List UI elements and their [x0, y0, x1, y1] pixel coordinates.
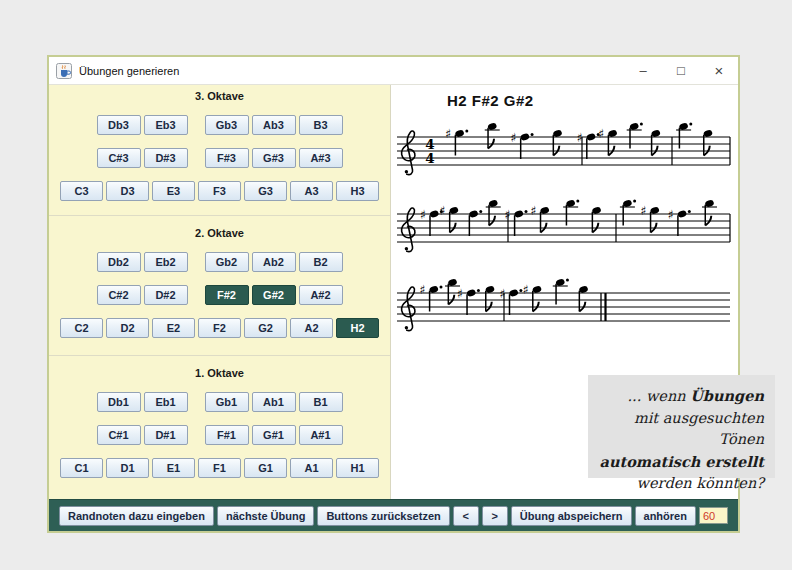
note-button-gsharp3[interactable]: G#3 — [252, 148, 296, 168]
time-signature: 44 — [425, 136, 434, 166]
note-button-d3[interactable]: D3 — [106, 181, 149, 201]
note-button-group: Db3Eb3 — [97, 115, 188, 135]
note-button-b1[interactable]: B1 — [299, 392, 343, 412]
note-button-gb1[interactable]: Gb1 — [205, 392, 249, 412]
note-h2 — [553, 278, 569, 304]
note-button-c1[interactable]: C1 — [60, 458, 103, 478]
quote-line: mit ausgesuchten Tönen — [588, 408, 764, 451]
note-button-gb3[interactable]: Gb3 — [205, 115, 249, 135]
note-button-group: F#3G#3A#3 — [205, 148, 343, 168]
prev-button[interactable]: < — [453, 506, 479, 526]
note-button-a3[interactable]: A3 — [290, 181, 333, 201]
note-h2 — [627, 122, 643, 148]
note-button-group: Db1Eb1 — [97, 392, 188, 412]
quote-text: werden könnten? — [637, 475, 764, 491]
note-button-c3[interactable]: C3 — [60, 181, 103, 201]
next-button[interactable]: > — [482, 506, 508, 526]
sharp-icon: ♯ — [576, 130, 582, 145]
note-button-group: C#2D#2 — [97, 285, 188, 305]
note-button-fsharp2[interactable]: F#2 — [205, 285, 249, 305]
note-button-row: C#2D#2F#2G#2A#2 — [49, 285, 390, 305]
sharp-icon: ♯ — [530, 203, 536, 218]
note-button-g1[interactable]: G1 — [244, 458, 287, 478]
sharp-icon: ♯ — [510, 130, 516, 145]
quote-text: Übungen — [690, 387, 764, 404]
java-app-icon — [56, 63, 72, 79]
sharp-icon: ♯ — [504, 207, 510, 222]
octave-panel-3: 3. OktaveDb3Eb3Gb3Ab3B3C#3D#3F#3G#3A#3C3… — [49, 85, 390, 215]
quote-text: mit ausgesuchten Tönen — [634, 410, 764, 448]
note-button-gb2[interactable]: Gb2 — [205, 252, 249, 272]
note-button-group: C#3D#3 — [97, 148, 188, 168]
note-button-ab2[interactable]: Ab2 — [252, 252, 296, 272]
note-button-gsharp1[interactable]: G#1 — [252, 425, 296, 445]
note-button-c2[interactable]: C2 — [60, 318, 103, 338]
sharp-icon: ♯ — [668, 207, 674, 222]
note-button-e2[interactable]: E2 — [152, 318, 195, 338]
note-button-csharp3[interactable]: C#3 — [97, 148, 141, 168]
note-button-db1[interactable]: Db1 — [97, 392, 141, 412]
note-button-g2[interactable]: G2 — [244, 318, 287, 338]
note-button-csharp1[interactable]: C#1 — [97, 425, 141, 445]
note-button-a1[interactable]: A1 — [290, 458, 333, 478]
note-button-db3[interactable]: Db3 — [97, 115, 141, 135]
note-button-a2[interactable]: A2 — [290, 318, 333, 338]
note-button-h2[interactable]: H2 — [336, 318, 379, 338]
buttons-zuruecksetzen-button[interactable]: Buttons zurücksetzen — [317, 506, 449, 526]
note-button-g3[interactable]: G3 — [244, 181, 287, 201]
sharp-icon: ♯ — [439, 203, 445, 218]
note-button-e1[interactable]: E1 — [152, 458, 195, 478]
sharp-icon: ♯ — [420, 207, 426, 222]
octave-panel-2: 2. OktaveDb2Eb2Gb2Ab2B2C#2D#2F#2G#2A#2C2… — [49, 215, 390, 355]
note-button-group: F#2G#2A#2 — [205, 285, 343, 305]
maximize-button[interactable]: □ — [662, 63, 700, 78]
note-gsharp2 — [591, 206, 601, 232]
note-button-dsharp1[interactable]: D#1 — [144, 425, 188, 445]
note-button-ab1[interactable]: Ab1 — [252, 392, 296, 412]
note-gsharp2 — [703, 129, 713, 155]
uebung-abspeichern-button[interactable]: Übung abspeichern — [511, 506, 632, 526]
note-button-row: C2D2E2F2G2A2H2 — [49, 318, 390, 338]
note-button-gsharp2[interactable]: G#2 — [252, 285, 296, 305]
note-button-row: C3D3E3F3G3A3H3 — [49, 181, 390, 201]
note-button-db2[interactable]: Db2 — [97, 252, 141, 272]
note-button-f2[interactable]: F2 — [198, 318, 241, 338]
note-button-group: C1D1E1F1G1A1H1 — [60, 458, 379, 478]
note-h2 — [702, 199, 717, 225]
note-button-f3[interactable]: F3 — [198, 181, 241, 201]
note-button-csharp2[interactable]: C#2 — [97, 285, 141, 305]
note-button-ab3[interactable]: Ab3 — [252, 115, 296, 135]
note-button-asharp3[interactable]: A#3 — [299, 148, 343, 168]
note-button-e3[interactable]: E3 — [152, 181, 195, 201]
quote-line: werden könnten? — [588, 473, 764, 495]
note-gsharp2 — [651, 129, 661, 155]
randnoten-eingeben-button[interactable]: Randnoten dazu eingeben — [59, 506, 214, 526]
anhoeren-button[interactable]: anhören — [635, 506, 696, 526]
note-button-h3[interactable]: H3 — [336, 181, 379, 201]
note-button-d1[interactable]: D1 — [106, 458, 149, 478]
note-button-eb1[interactable]: Eb1 — [144, 392, 188, 412]
note-button-f1[interactable]: F1 — [198, 458, 241, 478]
close-button[interactable]: × — [700, 62, 738, 79]
minimize-button[interactable]: – — [624, 63, 662, 78]
note-button-h1[interactable]: H1 — [336, 458, 379, 478]
note-button-fsharp3[interactable]: F#3 — [205, 148, 249, 168]
staff-system-3: ♯♯♯♯ — [396, 275, 736, 349]
sharp-icon: ♯ — [499, 286, 505, 301]
note-button-eb3[interactable]: Eb3 — [144, 115, 188, 135]
note-button-dsharp2[interactable]: D#2 — [144, 285, 188, 305]
note-button-dsharp3[interactable]: D#3 — [144, 148, 188, 168]
quote-text: automatisch erstellt — [600, 453, 765, 470]
quote-line: ... wenn Übungen — [588, 385, 764, 408]
note-button-d2[interactable]: D2 — [106, 318, 149, 338]
note-button-b2[interactable]: B2 — [299, 252, 343, 272]
note-button-asharp1[interactable]: A#1 — [299, 425, 343, 445]
note-button-eb2[interactable]: Eb2 — [144, 252, 188, 272]
naechste-uebung-button[interactable]: nächste Übung — [217, 506, 314, 526]
quote-line: automatisch erstellt — [588, 451, 764, 474]
note-button-row: Db3Eb3Gb3Ab3B3 — [49, 115, 390, 135]
note-button-fsharp1[interactable]: F#1 — [205, 425, 249, 445]
note-button-asharp2[interactable]: A#2 — [299, 285, 343, 305]
note-button-b3[interactable]: B3 — [299, 115, 343, 135]
tempo-input[interactable] — [699, 507, 728, 524]
